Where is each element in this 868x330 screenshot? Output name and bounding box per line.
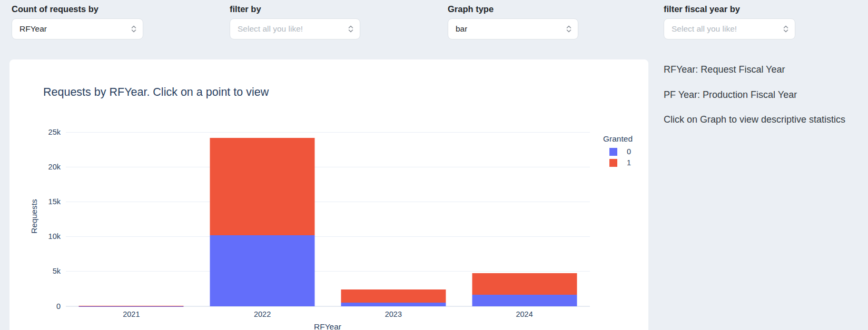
chevron-up-down-icon [566,24,572,34]
x-axis-title: RFYear [314,322,341,330]
bar-2023-granted-0[interactable] [341,303,446,306]
gridline-20k [66,167,590,167]
filter-by-select[interactable]: Select all you like! [230,18,360,39]
dashboard-page: Count of requests by RFYear filter by Se… [0,0,868,330]
legend-item-label: 0 [627,147,631,156]
y-tick-label: 25k [18,128,61,137]
note-pf-year: PF Year: Production Fiscal Year [664,89,797,101]
legend-swatch-red [609,159,617,167]
count-of-requests-by-select[interactable]: RFYear [12,18,143,39]
x-tick-label-2022: 2022 [254,310,271,318]
y-tick-label: 20k [18,163,61,172]
count-of-requests-by-label: Count of requests by [12,4,143,14]
count-of-requests-by-value: RFYear [19,24,47,34]
filter-by-label: filter by [230,4,360,14]
bar-2022-granted-1[interactable] [210,138,315,235]
note-rfyear: RFYear: Request Fiscal Year [664,64,785,75]
control-count-of-requests-by: Count of requests by RFYear [12,4,143,39]
chart-card[interactable]: Requests by RFYear. Click on a point to … [9,59,648,330]
filter-fiscal-year-by-select[interactable]: Select all you like! [664,18,795,39]
graph-type-label: Graph type [448,4,578,14]
legend-swatch-blue [609,148,617,156]
bar-2023[interactable] [341,289,446,306]
filter-fiscal-year-by-label: filter fiscal year by [664,4,795,14]
chevron-up-down-icon [783,24,789,34]
bar-2024-granted-1[interactable] [472,273,577,295]
filter-fiscal-year-by-placeholder: Select all you like! [672,24,737,34]
chart-title: Requests by RFYear. Click on a point to … [43,86,269,99]
bar-2024[interactable] [472,273,577,306]
note-click-graph: Click on Graph to view descriptive stati… [664,114,845,125]
bar-2024-granted-0[interactable] [472,295,577,306]
legend-item-granted-0[interactable]: 0 [609,147,633,156]
gridline-10k [66,236,590,237]
chevron-up-down-icon [131,24,137,34]
bar-2022[interactable] [210,138,315,306]
bar-2022-granted-0[interactable] [210,235,315,306]
chevron-up-down-icon [348,24,354,34]
legend-title: Granted [603,134,633,144]
x-tick-label-2023: 2023 [385,310,402,318]
control-graph-type: Graph type bar [448,4,578,39]
control-filter-fiscal-year-by: filter fiscal year by Select all you lik… [664,4,795,39]
control-filter-by: filter by Select all you like! [230,4,360,39]
y-tick-label: 5k [18,267,61,276]
graph-type-value: bar [456,24,467,34]
x-tick-label-2024: 2024 [516,310,532,318]
y-tick-label: 15k [18,197,61,206]
x-tick-label-2021: 2021 [123,310,140,318]
chart-legend: Granted 0 1 [603,134,633,169]
bar-2021[interactable] [79,306,184,306]
legend-item-granted-1[interactable]: 1 [609,158,633,167]
bar-2023-granted-1[interactable] [341,289,446,303]
graph-type-select[interactable]: bar [448,18,578,39]
y-tick-label: 10k [18,232,61,241]
gridline-25k [66,132,590,133]
gridline-15k [66,202,590,202]
gridline-5k [66,271,590,272]
filter-by-placeholder: Select all you like! [238,24,303,34]
legend-item-label: 1 [627,158,631,167]
plot-area[interactable]: 05k10k15k20k25k2021202220232024 [66,126,590,306]
y-tick-label: 0 [18,302,61,311]
